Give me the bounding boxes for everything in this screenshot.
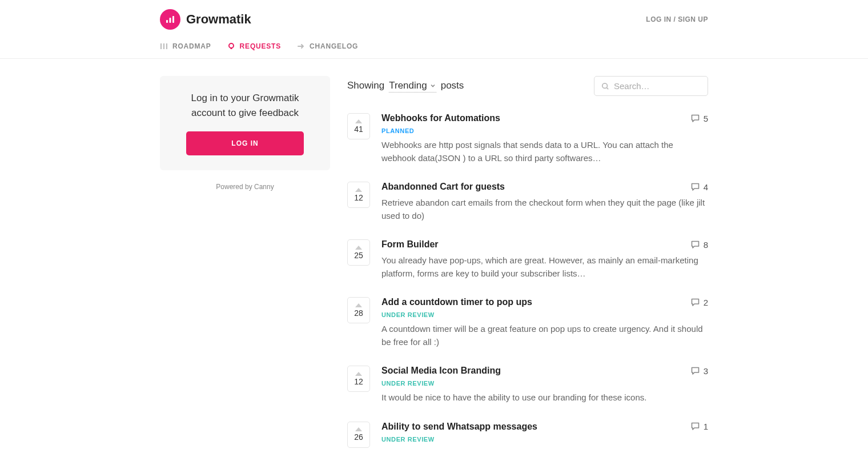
post-status: UNDER REVIEW (381, 380, 708, 387)
content: Showing Trending posts 41Webhooks for Au… (347, 76, 708, 457)
upvote-icon (355, 303, 362, 307)
comment-icon (690, 182, 700, 192)
vote-count: 41 (354, 125, 363, 134)
post-item: 12Social Media Icon Branding3UNDER REVIE… (347, 366, 708, 404)
post-body: Ability to send Whatsapp messages1UNDER … (381, 422, 708, 448)
svg-rect-3 (160, 43, 162, 49)
roadmap-icon (160, 42, 168, 50)
powered-by[interactable]: Powered by Canny (160, 183, 330, 191)
post-body: Social Media Icon Branding3UNDER REVIEWI… (381, 366, 708, 404)
post-header: Webhooks for Automations5 (381, 113, 708, 123)
lightbulb-icon (227, 42, 235, 50)
tab-requests[interactable]: REQUESTS (227, 42, 281, 50)
chevron-down-icon (429, 82, 436, 89)
comment-icon (690, 240, 700, 250)
svg-rect-1 (170, 18, 171, 23)
filter-left: Showing Trending posts (347, 80, 464, 93)
upvote-icon (355, 372, 362, 376)
bars-icon (165, 14, 175, 25)
post-item: 25Form Builder8You already have pop-ups,… (347, 239, 708, 280)
tab-label: ROADMAP (172, 42, 211, 50)
login-card: Log in to your Growmatik account to give… (160, 76, 330, 170)
post-status: PLANNED (381, 127, 708, 134)
upvote-icon (355, 119, 362, 123)
svg-rect-5 (166, 43, 167, 49)
comment-number: 4 (704, 182, 708, 192)
tab-changelog[interactable]: CHANGELOG (297, 42, 358, 50)
comment-count[interactable]: 3 (690, 366, 708, 376)
svg-line-9 (607, 87, 609, 89)
filter-row: Showing Trending posts (347, 76, 708, 96)
search-input[interactable] (614, 81, 701, 91)
showing-label: Showing (347, 80, 384, 91)
upvote-icon (355, 188, 362, 192)
vote-count: 26 (354, 432, 363, 442)
post-list: 41Webhooks for Automations5PLANNEDWebhoo… (347, 113, 708, 448)
post-title[interactable]: Form Builder (381, 239, 439, 250)
vote-button[interactable]: 12 (347, 182, 370, 208)
post-description: A countdown timer will be a great featur… (381, 323, 708, 348)
comment-number: 3 (704, 366, 708, 376)
post-title[interactable]: Webhooks for Automations (381, 113, 500, 123)
vote-count: 28 (354, 308, 363, 318)
comment-number: 8 (704, 240, 708, 250)
vote-button[interactable]: 25 (347, 239, 370, 266)
sort-dropdown[interactable]: Trending (389, 80, 436, 93)
vote-count: 12 (354, 193, 363, 202)
comment-number: 1 (704, 422, 708, 431)
comment-count[interactable]: 5 (690, 114, 708, 123)
post-status: UNDER REVIEW (381, 436, 708, 443)
post-status: UNDER REVIEW (381, 311, 708, 318)
post-description: Webhooks are http post signals that send… (381, 139, 708, 165)
vote-count: 12 (354, 377, 363, 386)
tab-label: REQUESTS (240, 42, 281, 50)
post-header: Abandonned Cart for guests4 (381, 182, 708, 192)
post-item: 26Ability to send Whatsapp messages1UNDE… (347, 422, 708, 448)
post-title[interactable]: Social Media Icon Branding (381, 366, 501, 376)
post-item: 12Abandonned Cart for guests4Retrieve ab… (347, 182, 708, 222)
search-icon (601, 82, 609, 91)
comment-count[interactable]: 4 (690, 182, 708, 192)
post-title[interactable]: Add a countdown timer to pop ups (381, 297, 532, 307)
tab-roadmap[interactable]: ROADMAP (160, 42, 211, 50)
tab-label: CHANGELOG (310, 42, 358, 50)
post-item: 28Add a countdown timer to pop ups2UNDER… (347, 297, 708, 348)
login-button[interactable]: LOG IN (186, 131, 304, 155)
post-body: Add a countdown timer to pop ups2UNDER R… (381, 297, 708, 348)
upvote-icon (355, 246, 362, 250)
comment-number: 2 (704, 298, 708, 307)
vote-button[interactable]: 26 (347, 422, 370, 448)
main: Log in to your Growmatik account to give… (160, 59, 708, 457)
comment-count[interactable]: 1 (690, 422, 708, 431)
brand-name: Growmatik (186, 12, 251, 27)
vote-button[interactable]: 28 (347, 297, 370, 323)
comment-icon (690, 298, 700, 307)
login-signup-link[interactable]: LOG IN / SIGN UP (646, 15, 708, 23)
post-title[interactable]: Ability to send Whatsapp messages (381, 422, 537, 432)
vote-button[interactable]: 41 (347, 113, 370, 139)
header-top: Growmatik LOG IN / SIGN UP (160, 9, 708, 38)
comment-icon (690, 366, 700, 376)
svg-rect-2 (172, 16, 174, 23)
vote-button[interactable]: 12 (347, 366, 370, 392)
svg-rect-0 (166, 20, 168, 23)
upvote-icon (355, 427, 362, 431)
post-header: Add a countdown timer to pop ups2 (381, 297, 708, 307)
post-item: 41Webhooks for Automations5PLANNEDWebhoo… (347, 113, 708, 165)
post-header: Form Builder8 (381, 239, 708, 250)
comment-count[interactable]: 2 (690, 298, 708, 307)
comment-number: 5 (704, 114, 708, 123)
post-body: Form Builder8You already have pop-ups, w… (381, 239, 708, 280)
header: Growmatik LOG IN / SIGN UP ROADMAP REQUE… (160, 0, 708, 58)
svg-rect-7 (230, 48, 232, 49)
post-title[interactable]: Abandonned Cart for guests (381, 182, 505, 192)
login-prompt: Log in to your Growmatik account to give… (176, 91, 314, 120)
post-header: Social Media Icon Branding3 (381, 366, 708, 376)
brand[interactable]: Growmatik (160, 9, 251, 30)
brand-logo (160, 9, 180, 30)
post-description: It would be nice to have the ability to … (381, 391, 708, 404)
post-description: Retrieve abandon cart emails from the ch… (381, 197, 708, 222)
svg-rect-4 (163, 43, 164, 49)
comment-count[interactable]: 8 (690, 240, 708, 250)
search-box[interactable] (594, 76, 708, 96)
